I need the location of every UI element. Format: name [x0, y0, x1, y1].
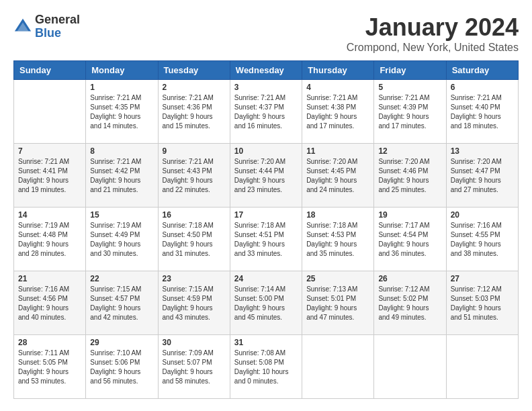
- day-number: 21: [18, 274, 81, 283]
- day-info: Sunrise: 7:20 AM Sunset: 4:44 PM Dayligh…: [234, 157, 298, 195]
- day-number: 18: [306, 210, 369, 220]
- calendar-cell: 8Sunrise: 7:21 AM Sunset: 4:42 PM Daylig…: [86, 144, 158, 208]
- day-number: 3: [234, 83, 298, 92]
- day-number: 11: [306, 146, 369, 156]
- day-info: Sunrise: 7:15 AM Sunset: 4:57 PM Dayligh…: [90, 285, 153, 322]
- calendar-header: SundayMondayTuesdayWednesdayThursdayFrid…: [14, 61, 519, 80]
- day-info: Sunrise: 7:18 AM Sunset: 4:51 PM Dayligh…: [234, 221, 298, 259]
- day-info: Sunrise: 7:21 AM Sunset: 4:38 PM Dayligh…: [306, 93, 369, 131]
- day-number: 20: [451, 210, 514, 220]
- calendar-cell: 23Sunrise: 7:15 AM Sunset: 4:59 PM Dayli…: [158, 271, 230, 335]
- calendar-cell: 17Sunrise: 7:18 AM Sunset: 4:51 PM Dayli…: [230, 208, 302, 271]
- weekday-header-tuesday: Tuesday: [158, 61, 230, 80]
- day-number: 16: [163, 210, 226, 220]
- day-number: 9: [163, 146, 226, 156]
- day-number: 28: [18, 338, 81, 347]
- day-number: 2: [163, 83, 226, 92]
- day-number: 29: [90, 338, 153, 347]
- calendar-cell: 26Sunrise: 7:12 AM Sunset: 5:02 PM Dayli…: [374, 271, 446, 335]
- calendar-cell: 25Sunrise: 7:13 AM Sunset: 5:01 PM Dayli…: [302, 271, 374, 335]
- calendar-cell: 19Sunrise: 7:17 AM Sunset: 4:54 PM Dayli…: [374, 208, 446, 271]
- calendar-cell: 15Sunrise: 7:19 AM Sunset: 4:49 PM Dayli…: [86, 208, 158, 271]
- calendar-cell: 29Sunrise: 7:10 AM Sunset: 5:06 PM Dayli…: [86, 335, 158, 399]
- day-info: Sunrise: 7:13 AM Sunset: 5:01 PM Dayligh…: [306, 285, 369, 322]
- day-number: 15: [90, 210, 153, 220]
- day-number: 10: [234, 146, 298, 156]
- day-info: Sunrise: 7:20 AM Sunset: 4:47 PM Dayligh…: [451, 157, 514, 195]
- logo-text: General Blue: [35, 13, 80, 40]
- calendar-cell: 7Sunrise: 7:21 AM Sunset: 4:41 PM Daylig…: [14, 144, 86, 208]
- calendar-cell: 4Sunrise: 7:21 AM Sunset: 4:38 PM Daylig…: [302, 80, 374, 144]
- day-number: 17: [234, 210, 298, 220]
- weekday-row: SundayMondayTuesdayWednesdayThursdayFrid…: [14, 61, 519, 80]
- day-info: Sunrise: 7:21 AM Sunset: 4:42 PM Dayligh…: [90, 157, 153, 195]
- day-info: Sunrise: 7:20 AM Sunset: 4:45 PM Dayligh…: [306, 157, 369, 195]
- day-number: 14: [18, 210, 81, 220]
- logo: General Blue: [13, 13, 80, 40]
- week-row-2: 7Sunrise: 7:21 AM Sunset: 4:41 PM Daylig…: [14, 144, 519, 208]
- day-number: 6: [451, 83, 514, 92]
- day-info: Sunrise: 7:21 AM Sunset: 4:36 PM Dayligh…: [163, 93, 226, 131]
- day-info: Sunrise: 7:08 AM Sunset: 5:08 PM Dayligh…: [234, 349, 298, 386]
- calendar-cell: 3Sunrise: 7:21 AM Sunset: 4:37 PM Daylig…: [230, 80, 302, 144]
- day-number: 24: [234, 274, 298, 283]
- day-number: 13: [451, 146, 514, 156]
- calendar-cell: 1Sunrise: 7:21 AM Sunset: 4:35 PM Daylig…: [86, 80, 158, 144]
- calendar-cell: 22Sunrise: 7:15 AM Sunset: 4:57 PM Dayli…: [86, 271, 158, 335]
- day-info: Sunrise: 7:21 AM Sunset: 4:40 PM Dayligh…: [451, 93, 514, 131]
- calendar-cell: 16Sunrise: 7:18 AM Sunset: 4:50 PM Dayli…: [158, 208, 230, 271]
- day-number: 8: [90, 146, 153, 156]
- calendar-body: 1Sunrise: 7:21 AM Sunset: 4:35 PM Daylig…: [14, 80, 519, 399]
- day-number: 31: [234, 338, 298, 347]
- day-number: 23: [163, 274, 226, 283]
- day-info: Sunrise: 7:14 AM Sunset: 5:00 PM Dayligh…: [234, 285, 298, 322]
- calendar-cell: [446, 335, 518, 399]
- day-info: Sunrise: 7:21 AM Sunset: 4:35 PM Dayligh…: [90, 93, 153, 131]
- day-info: Sunrise: 7:16 AM Sunset: 4:56 PM Dayligh…: [18, 285, 81, 322]
- day-number: 1: [90, 83, 153, 92]
- week-row-5: 28Sunrise: 7:11 AM Sunset: 5:05 PM Dayli…: [14, 335, 519, 399]
- day-info: Sunrise: 7:21 AM Sunset: 4:37 PM Dayligh…: [234, 93, 298, 131]
- title-section: January 2024 Crompond, New York, United …: [347, 13, 519, 54]
- calendar-cell: 9Sunrise: 7:21 AM Sunset: 4:43 PM Daylig…: [158, 144, 230, 208]
- day-info: Sunrise: 7:16 AM Sunset: 4:55 PM Dayligh…: [451, 221, 514, 259]
- weekday-header-sunday: Sunday: [14, 61, 86, 80]
- weekday-header-saturday: Saturday: [446, 61, 518, 80]
- day-number: 22: [90, 274, 153, 283]
- day-info: Sunrise: 7:21 AM Sunset: 4:41 PM Dayligh…: [18, 157, 81, 195]
- week-row-1: 1Sunrise: 7:21 AM Sunset: 4:35 PM Daylig…: [14, 80, 519, 144]
- calendar-cell: 27Sunrise: 7:12 AM Sunset: 5:03 PM Dayli…: [446, 271, 518, 335]
- logo-general-text: General: [35, 13, 80, 27]
- calendar-cell: 14Sunrise: 7:19 AM Sunset: 4:48 PM Dayli…: [14, 208, 86, 271]
- day-number: 30: [163, 338, 226, 347]
- day-info: Sunrise: 7:21 AM Sunset: 4:43 PM Dayligh…: [163, 157, 226, 195]
- calendar-cell: 10Sunrise: 7:20 AM Sunset: 4:44 PM Dayli…: [230, 144, 302, 208]
- calendar-cell: 13Sunrise: 7:20 AM Sunset: 4:47 PM Dayli…: [446, 144, 518, 208]
- week-row-3: 14Sunrise: 7:19 AM Sunset: 4:48 PM Dayli…: [14, 208, 519, 271]
- day-info: Sunrise: 7:15 AM Sunset: 4:59 PM Dayligh…: [163, 285, 226, 322]
- day-info: Sunrise: 7:19 AM Sunset: 4:48 PM Dayligh…: [18, 221, 81, 259]
- day-info: Sunrise: 7:19 AM Sunset: 4:49 PM Dayligh…: [90, 221, 153, 259]
- calendar-cell: 28Sunrise: 7:11 AM Sunset: 5:05 PM Dayli…: [14, 335, 86, 399]
- day-number: 27: [451, 274, 514, 283]
- day-number: 26: [378, 274, 441, 283]
- calendar-cell: 31Sunrise: 7:08 AM Sunset: 5:08 PM Dayli…: [230, 335, 302, 399]
- day-number: 5: [378, 83, 441, 92]
- month-title: January 2024: [347, 13, 519, 42]
- logo-icon: [13, 17, 32, 36]
- calendar-cell: 2Sunrise: 7:21 AM Sunset: 4:36 PM Daylig…: [158, 80, 230, 144]
- weekday-header-thursday: Thursday: [302, 61, 374, 80]
- day-info: Sunrise: 7:12 AM Sunset: 5:02 PM Dayligh…: [378, 285, 441, 322]
- day-info: Sunrise: 7:18 AM Sunset: 4:50 PM Dayligh…: [163, 221, 226, 259]
- day-info: Sunrise: 7:12 AM Sunset: 5:03 PM Dayligh…: [451, 285, 514, 322]
- calendar-cell: 12Sunrise: 7:20 AM Sunset: 4:46 PM Dayli…: [374, 144, 446, 208]
- page-header: General Blue January 2024 Crompond, New …: [13, 13, 519, 54]
- calendar-cell: 11Sunrise: 7:20 AM Sunset: 4:45 PM Dayli…: [302, 144, 374, 208]
- day-info: Sunrise: 7:10 AM Sunset: 5:06 PM Dayligh…: [90, 349, 153, 386]
- calendar-cell: [302, 335, 374, 399]
- day-info: Sunrise: 7:18 AM Sunset: 4:53 PM Dayligh…: [306, 221, 369, 259]
- location: Crompond, New York, United States: [347, 42, 519, 54]
- calendar-cell: 24Sunrise: 7:14 AM Sunset: 5:00 PM Dayli…: [230, 271, 302, 335]
- calendar-cell: 20Sunrise: 7:16 AM Sunset: 4:55 PM Dayli…: [446, 208, 518, 271]
- day-number: 4: [306, 83, 369, 92]
